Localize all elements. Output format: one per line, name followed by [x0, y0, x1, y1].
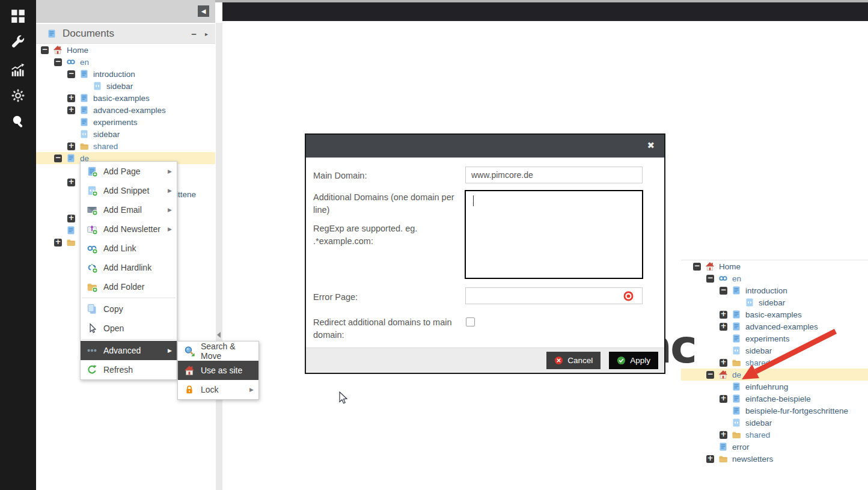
tree-item-sidebar[interactable]: sidebar — [681, 296, 868, 308]
expand-expander-icon[interactable]: + — [67, 179, 75, 186]
tree-item-einfuehrung[interactable]: einfuehrung — [681, 381, 868, 393]
menu-item-label: Advanced — [103, 346, 168, 355]
collapse-expander-icon[interactable]: − — [720, 287, 727, 295]
tree-item-shared[interactable]: +shared — [681, 429, 868, 441]
additional-domains-textarea[interactable] — [465, 190, 643, 279]
tree-item-newsletters[interactable]: +newsletters — [681, 453, 868, 465]
tree-item-shared[interactable]: +shared — [36, 140, 215, 152]
main-toolbar — [222, 2, 868, 21]
menu-item-add-hardlink[interactable]: Add Hardlink — [81, 258, 177, 277]
use-as-site-icon — [184, 365, 195, 376]
panel-collapse-button[interactable]: ◀ — [198, 5, 209, 17]
collapse-expander-icon[interactable]: − — [706, 371, 714, 379]
tree-item-experiments[interactable]: experiments — [36, 116, 215, 128]
tree-item-basic-examples[interactable]: +basic-examples — [681, 308, 868, 320]
menu-item-search-move[interactable]: Search & Move — [178, 341, 258, 361]
page-icon — [732, 394, 741, 403]
error-page-label: Error Page: — [313, 291, 463, 304]
tree-item-sidebar[interactable]: sidebar — [681, 417, 868, 429]
additional-domains-hint: RegExp are supported. eg. .*example.com: — [313, 222, 463, 248]
collapse-expander-icon[interactable]: − — [706, 275, 714, 283]
wrench-icon[interactable] — [10, 35, 26, 51]
stats-icon[interactable] — [10, 62, 26, 78]
lock-icon — [184, 384, 195, 395]
menu-separator — [81, 296, 177, 299]
splitter-collapse-icon[interactable] — [217, 332, 221, 338]
menu-item-add-email[interactable]: Add Email▶ — [81, 200, 177, 219]
search-icon[interactable] — [10, 114, 26, 129]
menu-item-add-page[interactable]: Add Page▶ — [81, 162, 177, 181]
expand-expander-icon[interactable]: + — [720, 359, 727, 367]
panel-splitter[interactable] — [215, 23, 222, 490]
menu-item-add-folder[interactable]: Add Folder — [81, 277, 177, 296]
documents-panel-header[interactable]: Documents − ▸ — [36, 24, 215, 44]
menu-item-add-link[interactable]: Add Link — [81, 239, 177, 258]
apps-grid-icon[interactable] — [10, 8, 26, 24]
expand-expander-icon[interactable]: + — [67, 106, 75, 114]
expand-expander-icon[interactable]: + — [706, 455, 714, 463]
menu-item-lock[interactable]: Lock▶ — [178, 380, 258, 399]
tree-item-advanced-examples[interactable]: +advanced-examples — [36, 104, 215, 116]
panel-expand-icon[interactable]: ▸ — [205, 31, 208, 37]
menu-item-add-snippet[interactable]: Add Snippet▶ — [81, 181, 177, 200]
menu-item-label: Lock — [201, 385, 249, 394]
folder-icon — [732, 430, 741, 439]
expand-expander-icon[interactable]: + — [67, 142, 75, 150]
tree-item-einfache-beispiele[interactable]: +einfache-beispiele — [681, 393, 868, 405]
folder-icon — [718, 454, 728, 464]
expand-expander-icon[interactable]: + — [720, 323, 727, 331]
collapse-expander-icon[interactable]: − — [67, 70, 75, 78]
expander-spacer — [720, 419, 727, 427]
tree-item-sidebar[interactable]: sidebar — [36, 80, 215, 92]
folder-icon — [66, 237, 76, 247]
expander-spacer — [81, 82, 88, 90]
tree-item-error[interactable]: error — [681, 441, 868, 453]
panel-minimize-icon[interactable]: − — [191, 29, 197, 39]
main-domain-input[interactable] — [465, 167, 643, 183]
tree-item-experiments[interactable]: experiments — [681, 332, 868, 345]
tree-item-introduction[interactable]: −introduction — [36, 68, 215, 80]
tree-item-en[interactable]: −en — [681, 272, 868, 284]
tree-item-shared[interactable]: +shared — [681, 357, 868, 369]
tree-item-de[interactable]: −de — [681, 369, 868, 381]
tree-item-sidebar[interactable]: sidebar — [36, 128, 215, 140]
close-icon[interactable]: ✖ — [647, 141, 655, 150]
expand-expander-icon[interactable]: + — [720, 311, 727, 319]
tree-item-basic-examples[interactable]: +basic-examples — [36, 92, 215, 104]
gear-icon[interactable] — [10, 88, 26, 103]
error-page-target-icon[interactable] — [623, 291, 634, 301]
tree-item-Home[interactable]: −Home — [681, 260, 868, 272]
redirect-checkbox[interactable] — [466, 317, 475, 326]
collapse-expander-icon[interactable]: − — [693, 263, 701, 271]
menu-item-advanced[interactable]: Advanced▶ — [81, 341, 177, 360]
page-icon — [732, 334, 741, 343]
tree-item-en[interactable]: −en — [36, 56, 215, 68]
expand-expander-icon[interactable]: + — [720, 431, 727, 439]
tree-item-advanced-examples[interactable]: +advanced-examples — [681, 320, 868, 332]
main-domain-label: Main Domain: — [313, 170, 463, 182]
error-page-input[interactable] — [465, 287, 643, 304]
collapse-expander-icon[interactable]: − — [41, 46, 49, 54]
expand-expander-icon[interactable]: + — [67, 94, 75, 102]
chevron-right-icon: ▶ — [168, 188, 172, 194]
tree-item-beispiele-fur-fortgeschrittene[interactable]: beispiele-fur-fortgeschrittene — [681, 405, 868, 417]
tree-item-Home[interactable]: −Home — [36, 44, 215, 56]
cancel-button[interactable]: Cancel — [546, 352, 601, 369]
apply-button[interactable]: Apply — [609, 352, 658, 369]
menu-item-refresh[interactable]: Refresh — [81, 360, 177, 379]
menu-item-copy[interactable]: Copy — [81, 299, 177, 319]
menu-item-use-as-site[interactable]: Use as site — [178, 361, 258, 380]
collapse-expander-icon[interactable]: − — [54, 58, 62, 66]
pimcore-admin-screen: nc ◀ Documents − ▸ −Home−en−introduction… — [0, 0, 868, 490]
dialog-header: ✖ — [306, 135, 664, 158]
collapse-expander-icon[interactable]: − — [54, 155, 62, 162]
expander-spacer — [67, 167, 75, 174]
expand-expander-icon[interactable]: + — [67, 215, 75, 222]
expand-expander-icon[interactable]: + — [54, 239, 62, 247]
expand-expander-icon[interactable]: + — [720, 395, 727, 403]
tree-item-sidebar[interactable]: sidebar — [681, 345, 868, 357]
page-icon — [732, 286, 741, 295]
tree-item-introduction[interactable]: −introduction — [681, 284, 868, 296]
menu-item-open[interactable]: Open — [81, 319, 177, 338]
menu-item-add-newsletter[interactable]: Add Newsletter▶ — [81, 219, 177, 239]
